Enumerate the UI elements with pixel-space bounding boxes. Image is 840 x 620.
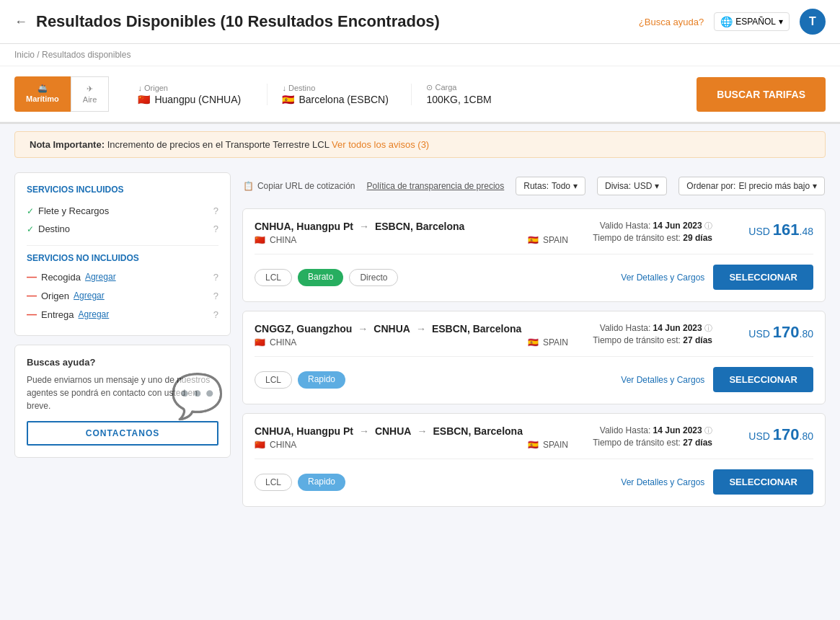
help-circle-icon[interactable]: ? <box>213 309 218 320</box>
destination-label: ↓ Destino <box>282 84 397 92</box>
route-path-2: CNGGZ, Guangzhou → CNHUA → ESBCN, Barcel… <box>255 323 568 335</box>
price-area-3: USD 170.80 <box>727 425 813 444</box>
route-info-3: CNHUA, Huangpu Pt → CNHUA → ESBCN, Barce… <box>255 425 568 450</box>
help-card: 💬 Buscas ayuda? Puede enviarnos un mensa… <box>14 345 231 458</box>
details-link-3[interactable]: Ver Detalles y Cargos <box>621 477 704 487</box>
select-button-2[interactable]: SELECCIONAR <box>713 367 813 392</box>
agregar-entrega-link[interactable]: Agregar <box>79 309 110 319</box>
result-card-3: CNHUA, Huangpu Pt → CNHUA → ESBCN, Barce… <box>242 413 826 507</box>
destination-flag: 🇪🇸 <box>282 94 294 105</box>
help-circle-icon[interactable]: ? <box>213 272 218 283</box>
back-button[interactable]: ← <box>14 14 27 30</box>
notice-link[interactable]: Ver todos los avisos (3) <box>332 139 429 150</box>
not-included-title: SERVICIOS NO INCLUIDOS <box>27 253 218 263</box>
notice-bar: Nota Importante: Incremento de precios e… <box>14 131 826 158</box>
transport-tabs: 🚢 Marítimo ✈ Aire <box>14 76 109 112</box>
chevron-down-icon: ▾ <box>655 181 659 191</box>
sort-value: El precio más bajo <box>738 181 810 191</box>
to-code-1: ESBCN, Barcelona <box>375 221 464 232</box>
included-destino-label: Destino <box>38 223 70 234</box>
routes-filter[interactable]: Rutas: Todo ▾ <box>516 177 585 195</box>
origin-field[interactable]: ↓ Origen 🇨🇳 Huangpu (CNHUA) <box>123 84 268 105</box>
select-button-3[interactable]: SELECCIONAR <box>713 469 813 495</box>
list-item: — Entrega Agregar ? <box>27 305 218 324</box>
tags-3: LCL Rapido <box>255 474 345 491</box>
check-icon: ✓ <box>27 224 34 234</box>
to-flag-1: 🇪🇸 <box>528 235 539 245</box>
contact-button[interactable]: CONTACTANOS <box>27 421 218 446</box>
tag-lcl-1: LCL <box>255 269 292 286</box>
to-code-3: ESBCN, Barcelona <box>433 425 522 437</box>
from-flag-2: 🇨🇳 <box>255 337 265 347</box>
arrow-icon: → <box>359 221 369 232</box>
details-link-1[interactable]: Ver Detalles y Cargos <box>621 273 704 283</box>
to-country-3: SPAIN <box>543 440 568 450</box>
language-button[interactable]: 🌐 ESPAÑOL ▾ <box>714 12 790 31</box>
services-card: SERVICIOS INCLUIDOS ✓ Flete y Recargos ?… <box>14 172 231 336</box>
tag-rapido-3: Rapido <box>298 474 345 491</box>
price-currency-3: USD <box>748 430 772 442</box>
tag-rapido-2: Rapido <box>298 371 345 389</box>
help-link[interactable]: ¿Busca ayuda? <box>639 17 704 27</box>
page-title: Resultados Disponibles (10 Resultados En… <box>36 12 440 31</box>
help-circle-icon[interactable]: ? <box>213 223 218 234</box>
currency-filter[interactable]: Divisa: USD ▾ <box>597 177 667 195</box>
chevron-down-icon: ▾ <box>779 17 783 27</box>
agregar-recogida-link[interactable]: Agregar <box>85 272 116 282</box>
tag-lcl-2: LCL <box>255 371 292 389</box>
help-circle-icon[interactable]: ? <box>213 291 218 301</box>
agregar-origen-link[interactable]: Agregar <box>74 291 105 301</box>
transit-time-1: Tiempo de tránsito est: 29 días <box>568 233 712 243</box>
list-item: ✓ Destino ? <box>27 220 218 238</box>
tab-maritime-label: Marítimo <box>26 94 59 103</box>
list-item: — Origen Agregar ? <box>27 286 218 305</box>
transparency-link[interactable]: Política de transparencia de precios <box>367 181 505 191</box>
copy-url-button[interactable]: 📋 Copiar URL de cotización <box>243 181 355 191</box>
price-currency-1: USD <box>748 226 772 237</box>
help-circle-icon[interactable]: ? <box>213 205 218 216</box>
price-area-2: USD 170.80 <box>727 323 813 342</box>
chat-bg-icon: 💬 <box>170 371 224 422</box>
arrow-icon: → <box>359 425 369 437</box>
sort-filter[interactable]: Ordenar por: El precio más bajo ▾ <box>678 177 825 195</box>
breadcrumb-home[interactable]: Inicio <box>14 50 35 60</box>
validity-date-1: 14 Jun 2023 <box>653 221 702 231</box>
transit-time-3: Tiempo de tránsito est: 27 días <box>568 438 712 448</box>
from-code-3: CNHUA, Huangpu Pt <box>255 425 353 437</box>
main-layout: SERVICIOS INCLUIDOS ✓ Flete y Recargos ?… <box>0 165 840 523</box>
destination-value: 🇪🇸 Barcelona (ESBCN) <box>282 94 397 105</box>
tab-maritime[interactable]: 🚢 Marítimo <box>14 76 71 112</box>
country-row-3: 🇨🇳 CHINA 🇪🇸 SPAIN <box>255 440 568 450</box>
to-flag-3: 🇪🇸 <box>528 440 539 450</box>
select-button-1[interactable]: SELECCIONAR <box>713 265 813 290</box>
lang-icon: 🌐 <box>720 16 733 27</box>
tab-air[interactable]: ✈ Aire <box>71 76 110 112</box>
chevron-down-icon: ▾ <box>813 181 817 191</box>
destination-field[interactable]: ↓ Destino 🇪🇸 Barcelona (ESBCN) <box>268 84 412 105</box>
breadcrumb-current: Resultados disponibles <box>42 50 131 60</box>
from-country-3: CHINA <box>270 440 296 450</box>
route-info-1: CNHUA, Huangpu Pt → ESBCN, Barcelona 🇨🇳 … <box>255 221 568 245</box>
info-icon[interactable]: ⓘ <box>704 426 712 435</box>
sidebar: SERVICIOS INCLUIDOS ✓ Flete y Recargos ?… <box>14 172 231 515</box>
details-link-2[interactable]: Ver Detalles y Cargos <box>621 375 704 385</box>
transit-time-2: Tiempo de tránsito est: 27 días <box>568 335 712 345</box>
result-header-3: CNHUA, Huangpu Pt → CNHUA → ESBCN, Barce… <box>255 425 813 450</box>
cargo-value: 100KG, 1CBM <box>426 94 513 105</box>
result-actions-1: Ver Detalles y Cargos SELECCIONAR <box>621 265 813 290</box>
origin-text: Huangpu (CNHUA) <box>154 94 241 105</box>
info-icon[interactable]: ⓘ <box>704 324 712 332</box>
info-icon[interactable]: ⓘ <box>704 221 712 230</box>
tab-air-label: Aire <box>83 95 97 104</box>
not-included-entrega: Entrega <box>41 309 74 320</box>
validity-info-1: Valido Hasta: 14 Jun 2023 ⓘ Tiempo de tr… <box>568 221 712 243</box>
price-area-1: USD 161.48 <box>727 221 813 239</box>
to-country-1: SPAIN <box>543 235 568 245</box>
currency-label: Divisa: <box>605 181 631 191</box>
search-button[interactable]: BUSCAR TARIFAS <box>697 77 826 112</box>
result-actions-2: Ver Detalles y Cargos SELECCIONAR <box>621 367 813 392</box>
from-country-2: CHINA <box>270 337 296 347</box>
notice-label: Nota Importante: <box>30 139 105 150</box>
cargo-field[interactable]: ⊙ Carga 100KG, 1CBM <box>412 83 527 105</box>
help-card-title: Buscas ayuda? <box>27 357 218 368</box>
